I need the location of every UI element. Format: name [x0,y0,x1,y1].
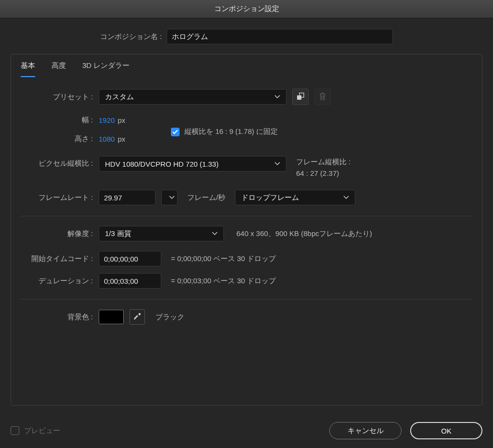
ok-button[interactable]: OK [410,422,482,439]
preset-label: プリセット : [21,92,93,102]
preview-label: プレビュー [24,426,60,435]
dialog-titlebar: コンポジション設定 [0,0,493,18]
bgcolor-label: 背景色 : [21,313,93,322]
height-unit: px [117,135,125,143]
preset-value: カスタム [105,92,134,102]
chevron-down-icon [212,232,218,236]
width-label: 幅 : [21,116,93,125]
separator [21,216,472,216]
separator [21,299,472,300]
framerate-input[interactable] [99,190,156,205]
tab-3d-renderer[interactable]: 3D レンダラー [82,61,130,77]
width-value[interactable]: 1920 [99,116,115,124]
height-label: 高さ : [21,134,93,144]
composition-name-row: コンポジション名 : [11,29,482,44]
save-preset-button[interactable] [292,89,309,105]
preset-row: プリセット : カスタム [21,89,472,105]
duration-label: デュレーション : [21,277,93,286]
start-timecode-info: = 0;00;00;00 ベース 30 ドロップ [171,254,276,264]
start-timecode-label: 開始タイムコード : [21,254,93,264]
cancel-button[interactable]: キャンセル [329,422,402,439]
chevron-down-icon [169,196,175,199]
bgcolor-name: ブラック [156,313,184,322]
chevron-down-icon [274,162,280,166]
width-unit: px [117,116,125,124]
pixel-aspect-value: HDV 1080/DVCPRO HD 720 (1.33) [105,160,219,168]
chevron-down-icon [274,95,280,99]
lock-aspect-checkbox[interactable] [171,128,180,136]
composition-name-label: コンポジション名 : [100,32,162,41]
tab-body-basic: プリセット : カスタム [11,77,482,341]
tab-advanced[interactable]: 高度 [52,61,66,77]
trash-icon [319,92,326,102]
pixel-aspect-dropdown[interactable]: HDV 1080/DVCPRO HD 720 (1.33) [99,156,286,171]
lock-aspect-label: 縦横比を 16 : 9 (1.78) に固定 [184,127,278,136]
resolution-label: 解像度 : [21,229,93,238]
save-preset-icon [297,92,304,102]
preview-checkbox[interactable] [11,426,19,435]
frame-aspect-label: フレーム縦横比 : [296,156,350,168]
resolution-value: 1/3 画質 [105,229,131,238]
start-timecode-input[interactable] [99,251,161,266]
bgcolor-swatch[interactable] [99,310,124,324]
dropframe-dropdown[interactable]: ドロップフレーム [235,190,355,205]
frame-aspect-value: 64 : 27 (2.37) [296,168,350,179]
preset-dropdown[interactable]: カスタム [99,89,286,105]
eyedropper-icon [133,312,142,322]
dialog-title: コンポジション設定 [214,4,279,13]
delete-preset-button [314,89,331,105]
pixel-aspect-label: ピクセル縦横比 : [21,156,93,168]
resolution-info: 640 x 360、900 KB (8bpcフレームあたり) [236,229,372,238]
framerate-dropdown-toggle[interactable] [161,190,178,205]
tab-basic[interactable]: 基本 [21,61,35,77]
resolution-dropdown[interactable]: 1/3 画質 [99,226,224,241]
dialog-footer: プレビュー キャンセル OK [11,422,482,439]
duration-info: = 0;00;03;00 ベース 30 ドロップ [171,277,276,286]
dropframe-value: ドロップフレーム [241,193,299,202]
framerate-label: フレームレート : [21,193,93,202]
composition-name-input[interactable] [167,29,393,44]
svg-rect-1 [297,95,301,100]
tabs: 基本 高度 3D レンダラー [11,54,482,77]
framerate-unit-label: フレーム/秒 [187,193,225,202]
height-value[interactable]: 1080 [99,135,115,143]
settings-panel: 基本 高度 3D レンダラー プリセット : カスタム [11,54,482,406]
eyedropper-button[interactable] [130,309,145,325]
duration-input[interactable] [99,273,161,289]
chevron-down-icon [343,196,349,199]
